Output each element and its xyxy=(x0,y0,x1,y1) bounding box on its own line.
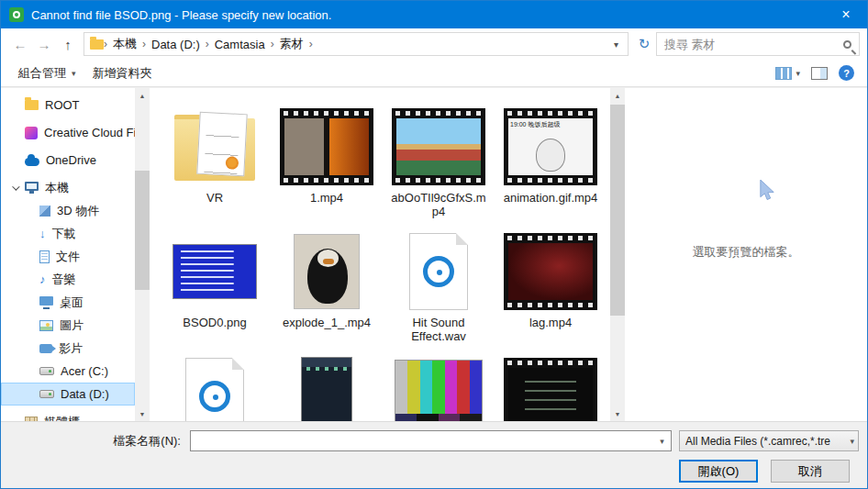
sidebar-item-this-pc[interactable]: 本機 xyxy=(1,176,135,199)
breadcrumb-this-pc[interactable]: 本機 xyxy=(107,36,142,52)
file-item-animation-gif-mp4[interactable]: 19:00 晚饭后超级 animation.gif.mp4 xyxy=(495,105,606,229)
file-item-audio-partial[interactable] xyxy=(159,354,271,421)
thumbnail-caption: 19:00 晚饭后超级 xyxy=(510,120,591,129)
breadcrumb-camtasia[interactable]: Camtasia xyxy=(209,38,271,51)
file-item-hit-sound-wav[interactable]: Hit Sound Effect.wav xyxy=(383,229,495,354)
video-thumbnail xyxy=(395,354,483,421)
address-bar[interactable]: › 本機 › Data (D:) › Camtasia › 素材 › ▾ xyxy=(83,32,629,56)
sidebar-item-onedrive[interactable]: OneDrive xyxy=(1,149,135,172)
view-mode-button[interactable]: ▾ xyxy=(775,67,800,80)
content-area: ROOT Creative Cloud Fi OneDrive 本機 3D 物件… xyxy=(1,88,867,421)
chevron-down-icon: ▾ xyxy=(847,437,854,446)
sidebar-item-label: OneDrive xyxy=(46,153,96,167)
sidebar-item-root[interactable]: ROOT xyxy=(1,94,135,117)
sidebar-item-label: 本機 xyxy=(45,180,69,196)
file-item-colorbars-partial[interactable] xyxy=(383,354,495,421)
window-title: Cannot find file BSOD.png - Please speci… xyxy=(31,8,825,22)
file-item-explode-mp4[interactable]: explode_1_.mp4 xyxy=(271,229,383,354)
filetype-select[interactable]: All Media Files (*.camrec,*.tre ▾ xyxy=(679,430,859,451)
scrollbar-thumb[interactable] xyxy=(610,105,625,316)
image-thumbnail xyxy=(294,229,360,314)
sidebar-item-label: 文件 xyxy=(56,249,80,265)
refresh-icon[interactable]: ↻ xyxy=(632,32,656,56)
file-item-phone-partial[interactable] xyxy=(271,354,383,421)
filename-label: 檔案名稱(N): xyxy=(10,433,190,450)
chevron-down-icon: ▾ xyxy=(72,69,76,78)
file-item-lag-mp4[interactable]: lag.mp4 xyxy=(495,229,606,354)
breadcrumb-media[interactable]: 素材 xyxy=(274,36,309,52)
sidebar-item-label: Data (D:) xyxy=(61,387,109,401)
sidebar-item-label: ROOT xyxy=(45,98,80,112)
computer-icon xyxy=(25,182,39,191)
search-input[interactable] xyxy=(664,38,829,51)
scroll-down-icon[interactable]: ▼ xyxy=(135,406,150,421)
sidebar-item-label: 圖片 xyxy=(60,317,83,334)
sidebar-scrollbar[interactable]: ▲ ▼ xyxy=(135,88,150,421)
organize-button[interactable]: 組合管理 ▾ xyxy=(10,60,84,86)
sidebar-item-desktop[interactable]: 桌面 xyxy=(1,291,135,314)
file-name: explode_1_.mp4 xyxy=(279,316,374,329)
forward-icon[interactable]: → xyxy=(32,32,56,56)
file-item-bsod0-png[interactable]: BSOD0.png xyxy=(159,229,271,354)
sidebar-item-label: Creative Cloud Fi xyxy=(44,126,135,139)
chevron-down-icon[interactable]: ▾ xyxy=(653,431,671,450)
dialog-footer: 檔案名稱(N): ▾ All Media Files (*.camrec,*.t… xyxy=(1,421,867,488)
new-folder-label: 新增資料夾 xyxy=(93,65,152,82)
preview-pane: 選取要預覽的檔案。 xyxy=(625,88,867,421)
file-item-1mp4[interactable]: 1.mp4 xyxy=(271,105,383,229)
camtasia-app-icon xyxy=(9,7,24,22)
new-folder-button[interactable]: 新增資料夾 xyxy=(84,60,161,86)
video-thumbnail xyxy=(301,354,352,421)
sidebar-item-label: Acer (C:) xyxy=(61,364,108,378)
back-icon[interactable]: ← xyxy=(8,32,32,56)
thumbnails-view-icon xyxy=(775,67,792,80)
help-icon[interactable]: ? xyxy=(839,65,854,81)
video-thumbnail xyxy=(504,229,597,314)
sidebar-item-label: 音樂 xyxy=(52,272,76,288)
sidebar-item-music[interactable]: ♪ 音樂 xyxy=(1,268,135,291)
open-button[interactable]: 開啟(O) xyxy=(679,460,758,483)
scroll-up-icon[interactable]: ▲ xyxy=(610,88,625,103)
sidebar-item-label: 下載 xyxy=(52,226,76,242)
mouse-cursor-icon xyxy=(759,180,775,201)
search-icon[interactable] xyxy=(843,40,851,49)
sidebar-item-3d-objects[interactable]: 3D 物件 xyxy=(1,199,135,222)
cancel-button[interactable]: 取消 xyxy=(771,460,850,483)
file-list-scrollbar[interactable]: ▲ ▼ xyxy=(610,88,625,421)
filename-input[interactable] xyxy=(190,430,672,451)
navigation-bar: ← → ↑ › 本機 › Data (D:) › Camtasia › 素材 ›… xyxy=(1,28,867,60)
chevron-down-icon: ▾ xyxy=(796,69,800,78)
scroll-up-icon[interactable]: ▲ xyxy=(135,88,150,103)
sidebar-item-creative-cloud[interactable]: Creative Cloud Fi xyxy=(1,121,135,144)
address-dropdown-icon[interactable]: ▾ xyxy=(610,39,622,50)
sidebar-item-data-d[interactable]: Data (D:) xyxy=(1,383,135,406)
scroll-down-icon[interactable]: ▼ xyxy=(610,406,625,421)
video-thumbnail xyxy=(280,105,373,189)
sidebar-item-documents[interactable]: 文件 xyxy=(1,245,135,268)
breadcrumb-data-d[interactable]: Data (D:) xyxy=(146,38,206,51)
sidebar-tree: ROOT Creative Cloud Fi OneDrive 本機 3D 物件… xyxy=(1,88,135,421)
file-item-dark-partial[interactable] xyxy=(495,354,606,421)
file-item-vr[interactable]: VR xyxy=(159,105,271,229)
file-item-aboot-mp4[interactable]: abOoTIl9cGfxS.mp4 xyxy=(383,105,495,229)
file-name: VR xyxy=(167,191,262,205)
sidebar-item-label: 媒體櫃 xyxy=(44,414,80,422)
sidebar-item-pictures[interactable]: 圖片 xyxy=(1,314,135,337)
sidebar-item-videos[interactable]: 影片 xyxy=(1,337,135,360)
videos-icon xyxy=(39,344,52,353)
up-icon[interactable]: ↑ xyxy=(56,32,80,56)
expanded-twisty-icon[interactable] xyxy=(12,183,19,190)
preview-pane-icon[interactable] xyxy=(811,67,828,80)
toolbar-right-group: ▾ ? xyxy=(775,65,858,81)
search-box[interactable] xyxy=(656,32,860,56)
file-open-dialog: Cannot find file BSOD.png - Please speci… xyxy=(0,0,868,489)
sidebar-item-label: 影片 xyxy=(59,340,83,357)
sidebar-item-downloads[interactable]: ↓ 下載 xyxy=(1,222,135,245)
scrollbar-thumb[interactable] xyxy=(135,171,150,290)
sidebar-item-libraries[interactable]: 媒體櫃 xyxy=(1,410,135,421)
preview-message: 選取要預覽的檔案。 xyxy=(625,244,867,261)
desktop-icon xyxy=(39,296,53,306)
sidebar-item-acer-c[interactable]: Acer (C:) xyxy=(1,360,135,383)
close-icon[interactable]: × xyxy=(825,1,867,28)
file-name: BSOD0.png xyxy=(167,316,262,329)
